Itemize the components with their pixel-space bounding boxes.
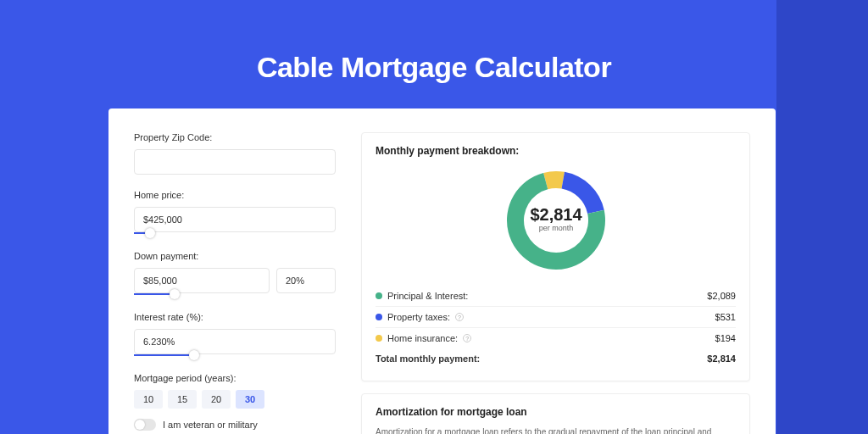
period-field-block: Mortgage period (years): 10152030 — [134, 373, 336, 409]
legend-row-0: Principal & Interest:$2,089 — [376, 286, 736, 307]
period-options: 10152030 — [134, 390, 336, 409]
interest-label: Interest rate (%): — [134, 312, 336, 322]
legend-total-value: $2,814 — [707, 353, 736, 364]
legend-list: Principal & Interest:$2,089Property taxe… — [376, 286, 736, 348]
down-payment-field-block: Down payment: — [134, 251, 336, 297]
home-price-label: Home price: — [134, 190, 336, 200]
legend-total-label: Total monthly payment: — [376, 353, 480, 364]
amortization-title: Amortization for mortgage loan — [376, 406, 736, 418]
home-price-slider[interactable] — [134, 232, 336, 236]
legend-label: Property taxes: — [387, 312, 450, 322]
donut-svg: $2,814 per month — [501, 165, 611, 275]
interest-slider-fill — [134, 354, 194, 356]
amortization-panel: Amortization for mortgage loan Amortizat… — [361, 393, 750, 434]
down-payment-pct-input[interactable] — [276, 268, 336, 293]
legend-row-1: Property taxes:?$531 — [376, 307, 736, 328]
period-option-30[interactable]: 30 — [236, 390, 264, 409]
legend-total-row: Total monthly payment: $2,814 — [376, 348, 736, 369]
page-title: Cable Mortgage Calculator — [0, 0, 868, 84]
veteran-toggle[interactable] — [134, 419, 156, 431]
donut-chart: $2,814 per month — [376, 165, 736, 275]
info-icon[interactable]: ? — [455, 313, 464, 321]
info-icon[interactable]: ? — [463, 334, 471, 342]
down-payment-slider-fill — [134, 293, 175, 295]
results-column: Monthly payment breakdown: $2,814 per mo… — [361, 132, 750, 434]
calculator-card: Property Zip Code: Home price: Down paym… — [108, 108, 776, 434]
home-price-input[interactable] — [134, 207, 336, 232]
side-accent-band — [776, 0, 868, 434]
period-label: Mortgage period (years): — [134, 373, 336, 383]
down-payment-amount-input[interactable] — [134, 268, 270, 293]
down-payment-slider-thumb[interactable] — [170, 289, 180, 299]
legend-value: $2,089 — [707, 291, 736, 301]
legend-value: $194 — [715, 333, 736, 343]
legend-dot-icon — [376, 292, 382, 299]
zip-label: Property Zip Code: — [134, 132, 336, 142]
interest-slider[interactable] — [134, 354, 336, 358]
veteran-row: I am veteran or military — [134, 419, 336, 431]
donut-center-sub: per month — [538, 224, 573, 232]
legend-label: Principal & Interest: — [387, 291, 468, 301]
period-option-15[interactable]: 15 — [168, 390, 197, 409]
amortization-text: Amortization for a mortgage loan refers … — [376, 426, 736, 434]
home-price-field-block: Home price: — [134, 190, 336, 236]
legend-value: $531 — [715, 312, 736, 322]
interest-input[interactable] — [134, 329, 336, 354]
legend-label: Home insurance: — [387, 333, 458, 343]
interest-slider-thumb[interactable] — [189, 350, 199, 360]
home-price-slider-thumb[interactable] — [145, 228, 155, 238]
donut-center-value: $2,814 — [530, 205, 582, 224]
legend-dot-icon — [376, 335, 382, 342]
legend-row-2: Home insurance:?$194 — [376, 328, 736, 348]
veteran-toggle-knob — [135, 420, 145, 430]
zip-field-block: Property Zip Code: — [134, 132, 336, 175]
veteran-label: I am veteran or military — [163, 420, 258, 430]
breakdown-panel: Monthly payment breakdown: $2,814 per mo… — [361, 132, 750, 381]
form-column: Property Zip Code: Home price: Down paym… — [134, 132, 336, 434]
breakdown-title: Monthly payment breakdown: — [376, 145, 736, 157]
down-payment-label: Down payment: — [134, 251, 336, 261]
period-option-10[interactable]: 10 — [134, 390, 163, 409]
legend-dot-icon — [376, 314, 382, 320]
down-payment-slider[interactable] — [134, 293, 336, 297]
zip-input[interactable] — [134, 149, 336, 175]
period-option-20[interactable]: 20 — [202, 390, 231, 409]
interest-field-block: Interest rate (%): — [134, 312, 336, 358]
